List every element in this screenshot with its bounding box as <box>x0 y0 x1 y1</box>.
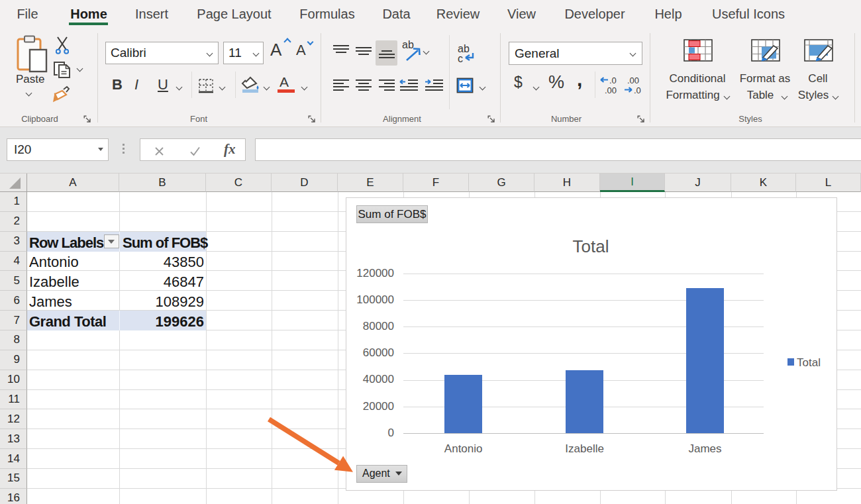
svg-text:.00: .00 <box>627 76 639 85</box>
svg-text:c: c <box>458 53 463 63</box>
svg-text:.00: .00 <box>605 85 617 95</box>
svg-text:.0: .0 <box>609 76 617 85</box>
svg-text:.0: .0 <box>634 85 641 95</box>
